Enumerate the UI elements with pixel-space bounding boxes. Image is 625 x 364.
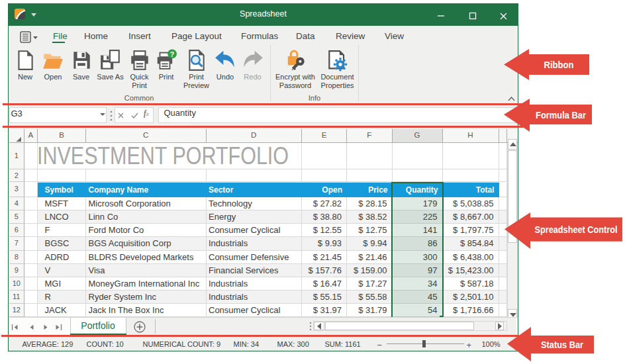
- svg-text:Ribbon: Ribbon: [544, 59, 574, 70]
- svg-text:Formula Bar: Formula Bar: [536, 109, 586, 120]
- svg-text:?: ?: [170, 50, 174, 58]
- svg-text:Status Bar: Status Bar: [541, 339, 583, 350]
- svg-text:Spreadsheet Control: Spreadsheet Control: [535, 224, 618, 235]
